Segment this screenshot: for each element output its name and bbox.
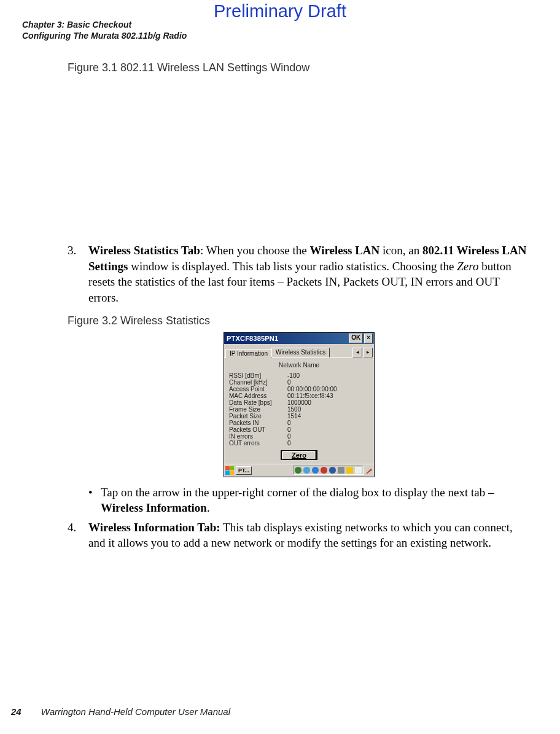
close-button[interactable]: × <box>364 334 373 343</box>
network-name-label: Network Name <box>229 362 369 369</box>
header-section: Configuring The Murata 802.11b/g Radio <box>22 31 187 42</box>
stat-row: Data Rate [bps]1000000 <box>229 399 369 406</box>
figure-3-2-caption: Figure 3.2 Wireless Statistics <box>68 314 531 327</box>
tray-alert-icon[interactable] <box>321 467 327 474</box>
figure-3-1-caption: Figure 3.1 802.11 Wireless LAN Settings … <box>68 61 531 74</box>
taskbar-app-button[interactable]: PT... <box>236 466 252 475</box>
tray-battery-icon[interactable] <box>346 467 353 474</box>
page-header: Chapter 3: Basic Checkout Configuring Th… <box>22 20 187 41</box>
tab-strip: IP Information Wireless Statistics ◂ ▸ <box>224 344 374 358</box>
figure-3-2-image: PTXCF8385PN1 OK × IP Information Wireles… <box>68 332 531 477</box>
ok-button[interactable]: OK <box>349 334 363 343</box>
titlebar: PTXCF8385PN1 OK × <box>224 333 374 344</box>
bullet-mark: • <box>88 485 101 516</box>
tab-scroll-right-icon[interactable]: ▸ <box>363 348 373 357</box>
bullet-wireless-info-tip: • Tap on the arrow in the upper-right co… <box>88 485 531 516</box>
tray-globe-icon[interactable] <box>295 467 301 474</box>
stat-row: OUT errors0 <box>229 440 369 447</box>
stat-row: Packets OUT0 <box>229 426 369 433</box>
page-number: 24 <box>11 706 21 717</box>
step-4: 4. Wireless Information Tab: This tab di… <box>68 520 531 551</box>
stat-row: MAC Address00:11:f5:ce:f8:43 <box>229 392 369 399</box>
step-3-title: Wireless Statistics Tab <box>88 244 200 257</box>
step-4-body: Wireless Information Tab: This tab displ… <box>88 520 531 551</box>
tray-connection-icon[interactable] <box>329 467 336 474</box>
stat-row: Packet Size1514 <box>229 413 369 420</box>
tab-wireless-statistics[interactable]: Wireless Statistics <box>271 348 330 357</box>
zero-button-label: Zero <box>282 451 316 459</box>
tab-scroll-left-icon[interactable]: ◂ <box>352 348 362 357</box>
step-4-title: Wireless Information Tab: <box>88 521 220 534</box>
stat-row: IN errors0 <box>229 433 369 440</box>
stat-row: Frame Size1500 <box>229 406 369 413</box>
tab-ip-information[interactable]: IP Information <box>225 349 272 358</box>
stylus-icon[interactable] <box>365 467 373 474</box>
step-3-number: 3. <box>68 243 88 306</box>
tray-wifi-icon[interactable] <box>312 467 319 474</box>
stat-row: Access Point00:00:00:00:00:00 <box>229 386 369 392</box>
zero-button[interactable]: Zero <box>281 450 317 460</box>
watermark-text: Preliminary Draft <box>0 1 560 21</box>
tab-scroll: ◂ ▸ <box>352 348 373 357</box>
taskbar: PT... <box>224 464 374 477</box>
figure-3-1-placeholder <box>68 79 531 239</box>
tray-network-icon[interactable] <box>303 467 310 474</box>
stat-row: Channel [kHz]0 <box>229 379 369 386</box>
stat-row: RSSI [dBm]-100 <box>229 372 369 379</box>
start-icon[interactable] <box>225 466 234 475</box>
header-chapter: Chapter 3: Basic Checkout <box>22 20 187 31</box>
page-footer: 24 Warrington Hand-Held Computer User Ma… <box>11 706 230 717</box>
tray-pc-icon[interactable] <box>338 467 344 474</box>
system-tray <box>293 466 364 475</box>
footer-title: Warrington Hand-Held Computer User Manua… <box>41 706 230 717</box>
bullet-body: Tap on the arrow in the upper-right corn… <box>101 485 531 516</box>
step-4-number: 4. <box>68 520 88 551</box>
tray-card-icon[interactable] <box>355 467 362 474</box>
stats-panel: Network Name RSSI [dBm]-100 Channel [kHz… <box>224 358 374 464</box>
step-3-body: Wireless Statistics Tab: When you choose… <box>88 243 531 306</box>
step-3: 3. Wireless Statistics Tab: When you cho… <box>68 243 531 306</box>
dialog-window: PTXCF8385PN1 OK × IP Information Wireles… <box>224 332 375 477</box>
stat-row: Packets IN0 <box>229 420 369 426</box>
stats-table: RSSI [dBm]-100 Channel [kHz]0 Access Poi… <box>229 372 369 447</box>
window-title: PTXCF8385PN1 <box>225 335 348 342</box>
